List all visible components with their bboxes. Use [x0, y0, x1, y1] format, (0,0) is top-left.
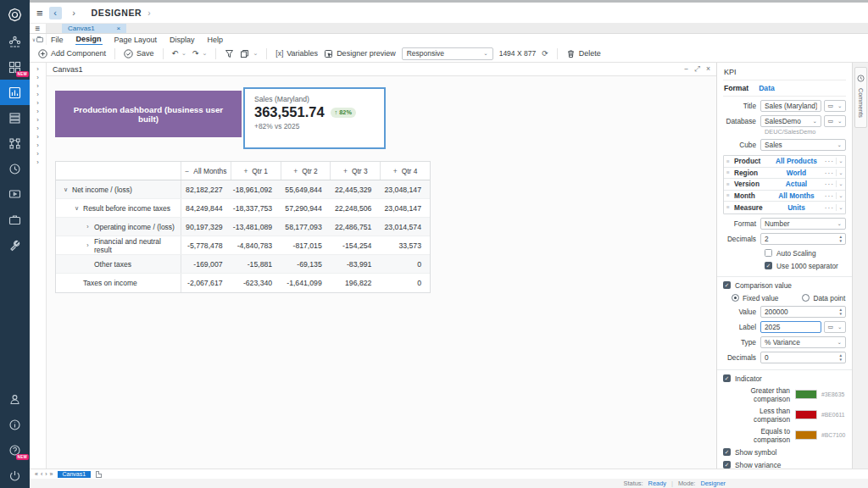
tree-node-collapsed[interactable]: ›	[36, 65, 39, 74]
expand-icon[interactable]: +	[293, 167, 298, 175]
row-expand-icon[interactable]: ›	[84, 224, 92, 230]
database-select[interactable]: SalesDemo ⌄	[760, 115, 821, 127]
drag-handle-icon[interactable]: ≡	[726, 192, 734, 198]
cube-select[interactable]: Sales ⌄	[760, 139, 846, 151]
tree-node-collapsed[interactable]: ›	[36, 141, 39, 150]
checkbox-unchecked[interactable]	[765, 249, 772, 257]
info-icon[interactable]	[0, 412, 30, 437]
responsive-select[interactable]: Responsive ⌄	[402, 47, 493, 60]
column-header[interactable]: + Qtr 2	[281, 162, 331, 180]
dimension-value[interactable]: All Months	[770, 191, 823, 200]
label-style-button[interactable]: ▭ ⌄	[824, 321, 846, 333]
table-row[interactable]: Other taxes -169,007 -15,881 -69,135 -83…	[56, 255, 430, 274]
designer-preview-button[interactable]: Designer preview	[324, 49, 396, 58]
capsules-icon-active[interactable]	[0, 80, 30, 105]
checkbox-checked[interactable]: ✓	[723, 281, 731, 289]
row-expand-icon[interactable]: ∨	[73, 205, 81, 212]
table-row[interactable]: ›Financial and neutral result -5,778,478…	[56, 236, 430, 255]
radio-unselected[interactable]	[802, 294, 810, 302]
power-icon[interactable]	[0, 463, 30, 488]
color-swatch-red[interactable]	[795, 410, 817, 419]
column-header[interactable]: + Qtr 4	[381, 162, 430, 180]
last-sheet-icon[interactable]: »	[50, 470, 53, 479]
menu-help[interactable]: Help	[207, 35, 225, 45]
minimize-icon[interactable]: −	[684, 64, 688, 74]
comparison-label-input-focused[interactable]: 2025	[760, 321, 821, 333]
column-header[interactable]: − All Months	[181, 162, 231, 180]
redo-button[interactable]: ↷ ⌄	[192, 49, 207, 58]
comparison-value-checkbox-row[interactable]: ✓ Comparison value	[723, 281, 846, 290]
tools-icon[interactable]	[0, 232, 30, 258]
column-header[interactable]: + Qtr 3	[331, 162, 381, 180]
menu-display[interactable]: Display	[169, 35, 196, 45]
tree-node-collapsed[interactable]: ›	[36, 91, 39, 99]
help-icon[interactable]: NEW	[0, 437, 30, 463]
analytics-icon[interactable]	[0, 29, 30, 54]
checkbox-checked[interactable]: ✓	[723, 461, 731, 469]
delete-button[interactable]: Delete	[566, 49, 601, 58]
chevron-down-icon[interactable]: ⌄	[181, 50, 186, 57]
auto-scaling-checkbox-row[interactable]: Auto Scaling	[765, 249, 846, 258]
dimension-row-product[interactable]: ≡ Product All Products ··· ⌄	[724, 156, 845, 168]
restore-icon[interactable]: ⤢	[694, 64, 700, 74]
tree-node-collapsed[interactable]: ›	[36, 108, 39, 116]
kpi-component-selected[interactable]: Sales (Maryland) 363,551.74 ↑ 82% +82% v…	[243, 87, 386, 149]
presentation-icon[interactable]	[0, 181, 30, 207]
more-options-icon[interactable]: ···	[823, 157, 836, 165]
table-row[interactable]: ›Operating income / (loss) 90,197,329 -1…	[56, 218, 430, 236]
undo-button[interactable]: ↶ ⌄	[172, 49, 186, 58]
more-options-icon[interactable]: ···	[823, 203, 836, 212]
sheet-tab-canvas1[interactable]: Canvas1	[58, 471, 92, 478]
copy-button[interactable]: ⌄	[240, 49, 258, 58]
fixed-value-label[interactable]: Fixed value	[743, 294, 778, 302]
expand-icon[interactable]: +	[343, 167, 348, 175]
filter-button[interactable]	[225, 49, 234, 58]
radio-selected[interactable]	[732, 294, 739, 302]
tree-node-collapsed[interactable]: ›	[36, 133, 39, 141]
row-expand-icon[interactable]: ›	[84, 242, 92, 248]
dimension-value[interactable]: All Products	[770, 157, 823, 165]
process-icon[interactable]	[0, 130, 30, 156]
menu-file[interactable]: File	[50, 35, 64, 45]
dimension-value[interactable]: Actual	[770, 180, 823, 188]
step-down-icon[interactable]: ▼	[838, 358, 843, 362]
checkbox-checked[interactable]: ✓	[723, 448, 731, 456]
chevron-down-icon[interactable]: ⌄	[203, 50, 208, 57]
comparison-decimals-stepper[interactable]: 0 ▲ ▼	[760, 352, 846, 363]
format-select[interactable]: Number ⌄	[760, 218, 846, 230]
nav-back-button[interactable]: ‹	[49, 7, 62, 19]
database-style-button[interactable]: ▭ ⌄	[824, 115, 846, 127]
add-sheet-icon[interactable]	[96, 471, 102, 478]
save-button[interactable]: Save	[124, 49, 154, 58]
column-header[interactable]: + Qtr 1	[231, 162, 281, 180]
canvas-document-tab[interactable]: Canvas1 ×	[62, 24, 126, 33]
nav-forward-button[interactable]: ›	[68, 7, 81, 19]
stepper-arrows[interactable]: ▲ ▼	[838, 235, 843, 243]
title-style-button[interactable]: ▭ ⌄	[824, 100, 846, 112]
table-row[interactable]: ∨Net income / (loss) 82,182,227 -18,961,…	[56, 180, 430, 199]
title-input[interactable]: Sales (Maryland)	[760, 100, 821, 112]
chevron-down-icon[interactable]: ⌄	[836, 180, 845, 187]
chevron-down-icon[interactable]: ⌄	[836, 192, 845, 199]
more-options-icon[interactable]: ···	[823, 180, 836, 188]
more-options-icon[interactable]: ···	[823, 191, 836, 200]
decimals-stepper[interactable]: 2 ▲ ▼	[760, 233, 846, 245]
dimension-value[interactable]: Units	[770, 203, 823, 212]
menu-page-layout[interactable]: Page Layout	[114, 35, 159, 45]
pivot-table-component[interactable]: − All Months + Qtr 1 + Qtr 2 +	[55, 161, 431, 293]
tree-folder-toggle[interactable]: ∨	[30, 34, 47, 45]
tree-node-collapsed[interactable]: ›	[36, 116, 39, 125]
next-sheet-icon[interactable]: ›	[45, 470, 47, 479]
dimension-value[interactable]: World	[770, 169, 823, 177]
chevron-down-icon[interactable]: ⌄	[253, 50, 258, 57]
database-icon[interactable]	[0, 105, 30, 130]
label-component[interactable]: Production dashboard (business user buil…	[55, 91, 242, 137]
data-point-label[interactable]: Data point	[813, 294, 845, 302]
menu-hamburger-icon[interactable]: ≡	[36, 7, 43, 19]
tree-hamburger-icon[interactable]: ≡	[30, 24, 47, 33]
step-down-icon[interactable]: ▼	[838, 312, 843, 316]
dimension-row-version[interactable]: ≡ Version Actual ··· ⌄	[724, 179, 845, 191]
color-swatch-green[interactable]	[795, 390, 817, 399]
more-options-icon[interactable]: ···	[823, 169, 836, 177]
chevron-down-icon[interactable]: ⌄	[836, 204, 845, 211]
